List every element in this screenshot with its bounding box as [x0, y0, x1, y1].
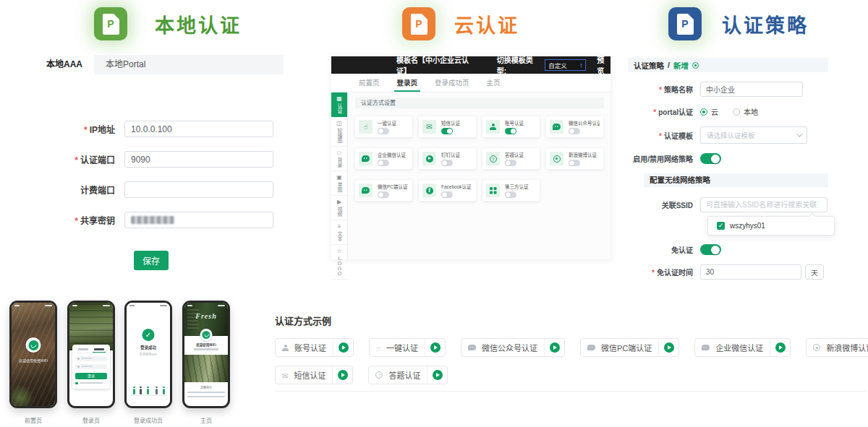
- text-icon: ≡: [338, 224, 341, 230]
- login-tab[interactable]: [78, 348, 88, 350]
- examples-row-2: 短信认证 答题认证: [275, 366, 868, 384]
- phone-home-page: Fresh 欢迎使用WiFi 温馨提示: [182, 301, 230, 408]
- user-icon: [282, 345, 289, 351]
- free-time-input[interactable]: [700, 264, 801, 280]
- auth-method-toggle[interactable]: [441, 191, 453, 198]
- form-row-portal-auth: *portal认证 云 本地: [628, 106, 828, 117]
- success-check-icon: ✓: [142, 329, 155, 341]
- sidebar-item-carousel[interactable]: ◫轮播图: [331, 117, 347, 147]
- ssid-search-input[interactable]: [700, 197, 827, 212]
- play-button[interactable]: [332, 366, 352, 384]
- save-button[interactable]: 保存: [134, 251, 169, 270]
- auth-template-select[interactable]: 请选择认证模板: [700, 126, 807, 144]
- sidebar-item-text[interactable]: ≡文本: [331, 220, 347, 245]
- play-button[interactable]: [544, 339, 564, 356]
- login-button[interactable]: 登录: [75, 373, 107, 379]
- sidebar-item-auth[interactable]: ▦认证: [331, 92, 347, 117]
- breadcrumb-root[interactable]: 认证策略: [634, 60, 664, 71]
- doc-letter: P: [677, 14, 694, 35]
- tab-home-page[interactable]: 主页: [487, 74, 501, 92]
- play-icon: [430, 342, 441, 353]
- facebook-icon: [426, 187, 433, 194]
- sidebar-item-logo[interactable]: ☆LOGO: [331, 245, 347, 280]
- checkbox-checked-icon[interactable]: ✓: [717, 222, 725, 230]
- tab-pre-page[interactable]: 前置页: [359, 74, 380, 92]
- form-row-ip: *IP地址: [35, 121, 284, 137]
- free-auth-toggle[interactable]: [700, 244, 721, 255]
- status-bar: [187, 305, 225, 307]
- auth-method-label: 第三方认证: [505, 183, 529, 190]
- updown-arrow-icon: ↕: [579, 62, 582, 69]
- wecom-icon: [702, 345, 710, 351]
- shared-key-label: 共享密钥: [80, 216, 115, 226]
- wechat-pc-icon: [587, 345, 595, 351]
- radio-icon: [733, 108, 740, 116]
- preview-button[interactable]: 预览: [597, 54, 610, 76]
- sidebar-item-background[interactable]: □背景: [331, 147, 347, 171]
- auth-method-toggle[interactable]: [378, 160, 389, 166]
- login-tab-active[interactable]: [94, 348, 104, 350]
- tab-local-aaa[interactable]: 本地AAA: [35, 55, 94, 74]
- ip-label: IP地址: [90, 125, 115, 135]
- success-title: 登录成功: [127, 345, 170, 350]
- auth-method-card: 新浪微博认证: [546, 148, 603, 169]
- auth-port-input[interactable]: [124, 151, 273, 168]
- aisle-photo: [184, 355, 228, 382]
- radio-local[interactable]: 本地: [733, 106, 758, 117]
- wifi-logo: [200, 329, 213, 341]
- ssid-option-label[interactable]: wszyhys01: [730, 222, 765, 230]
- required-asterisk: *: [659, 86, 662, 94]
- editor-content: 认证方式设置 一键认证 短信认证 账号认证 微信公众号认证 企业微信认证 钉钉认…: [348, 92, 610, 259]
- password-field[interactable]: [75, 364, 107, 369]
- play-button[interactable]: [770, 339, 790, 356]
- sidebar-item-video[interactable]: ▶视频: [331, 196, 347, 220]
- shared-key-input[interactable]: [124, 212, 273, 228]
- play-button[interactable]: [427, 366, 447, 384]
- play-icon: [664, 342, 674, 353]
- tab-local-portal[interactable]: 本地Portal: [94, 55, 157, 74]
- tab-login-success-page[interactable]: 登录成功页: [435, 74, 469, 92]
- login-tabs: [75, 348, 107, 353]
- free-time-unit-select[interactable]: 天: [805, 264, 824, 280]
- auth-policy-panel: 认证策略 / 新增 *策略名称 *portal认证 云 本地 *认证模板 请选择…: [628, 58, 828, 289]
- weibo-icon: [813, 344, 820, 351]
- required-asterisk: *: [659, 132, 662, 140]
- form-row-auth-template: *认证模板 请选择认证模板: [628, 126, 828, 144]
- required-asterisk: *: [653, 108, 656, 116]
- example-chip-wechat-pc: 微信PC端认证: [580, 338, 679, 357]
- network-policy-toggle[interactable]: [700, 153, 721, 164]
- required-asterisk: *: [75, 155, 78, 165]
- auth-method-toggle[interactable]: [569, 160, 580, 166]
- agreement-checkbox[interactable]: [75, 382, 107, 385]
- auth-method-toggle[interactable]: [441, 160, 453, 166]
- policy-name-input[interactable]: [700, 82, 803, 97]
- auth-method-toggle[interactable]: [378, 128, 389, 134]
- play-button[interactable]: [425, 339, 445, 356]
- wecom-icon: [362, 155, 370, 162]
- radio-cloud[interactable]: 云: [700, 106, 718, 117]
- auth-method-toggle[interactable]: [505, 160, 516, 166]
- examples-title: 认证方式示例: [275, 314, 868, 327]
- star-icon: ☆: [336, 249, 341, 254]
- dingtalk-icon: [426, 155, 433, 163]
- auth-method-toggle[interactable]: [505, 128, 516, 134]
- play-button[interactable]: [658, 339, 678, 356]
- tab-login-page[interactable]: 登录页: [397, 74, 418, 92]
- username-field[interactable]: [75, 356, 107, 361]
- template-type-select[interactable]: 自定义 ↕: [545, 59, 586, 71]
- ip-input[interactable]: [124, 121, 273, 137]
- auth-method-toggle[interactable]: [378, 191, 389, 198]
- auth-method-toggle[interactable]: [441, 128, 453, 134]
- auth-method-card: 一键认证: [355, 116, 412, 137]
- sidebar-item-image[interactable]: ▣单图: [331, 171, 347, 196]
- billing-port-input[interactable]: [124, 181, 273, 198]
- auth-methods-section-title: 认证方式设置: [355, 98, 604, 108]
- store-photo: [69, 303, 113, 350]
- network-policy-label: 启用/禁用网络策略: [633, 155, 693, 163]
- tips-line: [187, 396, 225, 397]
- play-button[interactable]: [333, 339, 353, 356]
- form-row-shared-key: *共享密钥: [35, 212, 284, 228]
- wifi-logo: [26, 337, 41, 353]
- auth-method-toggle[interactable]: [569, 128, 580, 134]
- auth-method-toggle[interactable]: [505, 191, 516, 198]
